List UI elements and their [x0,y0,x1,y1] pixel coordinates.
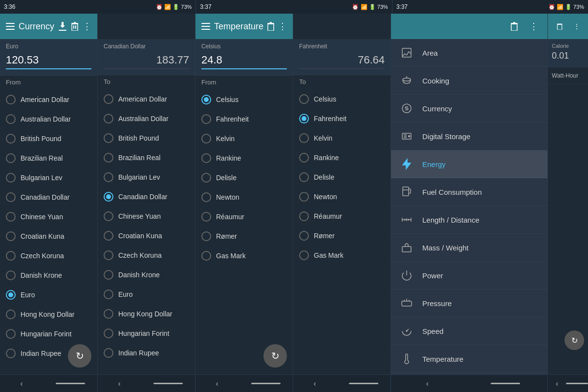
currency-to-radio-bulgarian-lev[interactable] [104,172,113,182]
currency-to-item-euro[interactable]: Euro [98,285,195,304]
nav-back-currency-to[interactable]: ‹ [110,377,128,390]
download-icon[interactable] [58,19,66,34]
temp-to-radio-fahrenheit[interactable] [299,114,309,124]
currency-to-item-czech-koruna[interactable]: Czech Koruna [98,246,195,265]
temp-to-radio-gas-mark[interactable] [299,250,309,260]
menu-item-mass-weight[interactable]: Mass / Weight [391,234,547,262]
currency-from-item-brazilian-real[interactable]: Brazilian Real [0,148,97,168]
currency-to-item-brazilian-real[interactable]: Brazilian Real [98,148,195,167]
menu-item-digital-storage[interactable]: Digital Storage [391,123,547,150]
temp-from-item-delisle[interactable]: Delisle [196,168,293,187]
temperature-more-icon[interactable]: ⋮ [278,19,287,34]
currency-from-radio-chinese-yuan[interactable] [6,212,16,222]
currency-from-radio-euro[interactable] [6,290,16,300]
currency-from-radio-czech-koruna[interactable] [6,251,16,261]
temp-from-item-rankine[interactable]: Rankine [196,148,293,168]
temp-to-radio-celsius[interactable] [299,94,309,104]
partial-delete-icon[interactable] [552,19,567,34]
delete-icon[interactable] [70,19,79,34]
currency-from-item-croatian-kuna[interactable]: Croatian Kuna [0,227,97,246]
currency-to-item-bulgarian-lev[interactable]: Bulgarian Lev [98,167,195,187]
currency-to-item-british-pound[interactable]: British Pound [98,128,195,148]
menu-item-length-distance[interactable]: Length / Distance [391,206,547,234]
currency-from-list[interactable]: American Dollar Australian Dollar Britis… [0,88,97,374]
currency-from-field[interactable] [6,52,91,69]
currency-fab[interactable]: ↻ [68,344,91,368]
nav-back-temp[interactable]: ‹ [208,377,226,390]
currency-to-item-canadian-dollar[interactable]: Canadian Dollar [98,187,195,206]
menu-item-cooking[interactable]: Cooking [391,67,547,95]
currency-from-radio-croatian-kuna[interactable] [6,231,16,241]
temp-to-item-gas-mark[interactable]: Gas Mark [293,246,391,265]
currency-from-radio-hungarian-forint[interactable] [6,329,16,339]
currency-to-radio-american-dollar[interactable] [104,94,113,104]
temperature-from-field[interactable] [201,52,287,69]
temp-to-item-fahrenheit[interactable]: Fahrenheit [293,109,391,128]
currency-to-radio-hong-kong-dollar[interactable] [104,309,113,319]
temp-from-item-reaumur[interactable]: Réaumur [196,207,293,227]
currency-from-radio-american-dollar[interactable] [6,95,16,104]
currency-from-item-american-dollar[interactable]: American Dollar [0,90,97,109]
currency-to-radio-chinese-yuan[interactable] [104,211,113,221]
currency-to-radio-danish-krone[interactable] [104,270,113,280]
temp-from-radio-romer[interactable] [201,231,211,241]
menu-item-fuel-consumption[interactable]: Fuel Consumption [391,178,547,206]
temp-to-item-kelvin[interactable]: Kelvin [293,128,391,148]
temp-to-radio-newton[interactable] [299,192,309,202]
nav-back-partial[interactable]: ‹ [548,377,566,390]
temp-from-radio-newton[interactable] [201,192,211,202]
currency-from-item-hungarian-forint[interactable]: Hungarian Forint [0,324,97,344]
temperature-to-field[interactable] [299,52,385,69]
temperature-from-list[interactable]: Celsius Fahrenheit Kelvin Rankine Delisl… [196,88,293,374]
currency-to-radio-hungarian-forint[interactable] [104,329,113,338]
currency-to-field[interactable] [104,52,189,69]
temp-to-item-reaumur[interactable]: Réaumur [293,206,391,226]
more-icon[interactable]: ⋮ [83,19,91,34]
temperature-fab[interactable]: ↻ [263,344,287,368]
temp-from-item-celsius[interactable]: Celsius [196,90,293,109]
currency-from-item-chinese-yuan[interactable]: Chinese Yuan [0,207,97,227]
nav-back-temp-to[interactable]: ‹ [305,377,324,390]
currency-from-radio-brazilian-real[interactable] [6,153,16,163]
temperature-delete-icon[interactable] [267,19,274,34]
currency-to-item-american-dollar[interactable]: American Dollar [98,89,195,109]
temp-from-radio-reaumur[interactable] [201,212,211,222]
currency-to-item-chinese-yuan[interactable]: Chinese Yuan [98,206,195,226]
currency-to-radio-brazilian-real[interactable] [104,153,113,163]
nav-back-currency[interactable]: ‹ [12,377,30,390]
temp-to-radio-kelvin[interactable] [299,133,309,143]
currency-to-radio-australian-dollar[interactable] [104,114,113,124]
currency-to-item-australian-dollar[interactable]: Australian Dollar [98,109,195,128]
menu-item-power[interactable]: Power [391,262,547,289]
currency-from-item-australian-dollar[interactable]: Australian Dollar [0,109,97,129]
dropdown-more-icon[interactable]: ⋮ [526,19,542,34]
currency-from-item-hong-kong-dollar[interactable]: Hong Kong Dollar [0,305,97,324]
currency-to-radio-canadian-dollar[interactable] [104,192,113,202]
currency-to-radio-czech-koruna[interactable] [104,250,113,260]
temp-from-radio-fahrenheit[interactable] [201,114,211,124]
menu-item-currency[interactable]: Currency [391,95,547,123]
currency-to-item-hong-kong-dollar[interactable]: Hong Kong Dollar [98,304,195,324]
currency-from-radio-canadian-dollar[interactable] [6,192,16,202]
menu-item-speed[interactable]: Speed [391,317,547,345]
temp-to-item-rankine[interactable]: Rankine [293,148,391,167]
temp-to-radio-delisle[interactable] [299,172,309,182]
menu-item-pressure[interactable]: Pressure [391,289,547,317]
temp-to-radio-rankine[interactable] [299,153,309,163]
currency-from-radio-bulgarian-lev[interactable] [6,173,16,183]
temp-from-radio-gas-mark[interactable] [201,251,211,261]
nav-back-menu[interactable]: ‹ [418,377,436,390]
temp-from-radio-celsius[interactable] [201,95,211,104]
currency-to-item-croatian-kuna[interactable]: Croatian Kuna [98,226,195,246]
temp-from-radio-rankine[interactable] [201,153,211,163]
currency-to-item-hungarian-forint[interactable]: Hungarian Forint [98,324,195,343]
menu-item-energy[interactable]: Energy [391,150,547,178]
temp-to-radio-reaumur[interactable] [299,211,309,221]
currency-from-item-canadian-dollar[interactable]: Canadian Dollar [0,187,97,207]
currency-to-item-indian-rupee[interactable]: Indian Rupee [98,343,195,363]
temp-from-item-newton[interactable]: Newton [196,187,293,207]
currency-to-radio-indian-rupee[interactable] [104,348,113,358]
temp-from-radio-delisle[interactable] [201,173,211,183]
currency-from-radio-hong-kong-dollar[interactable] [6,309,16,319]
currency-to-radio-euro[interactable] [104,289,113,299]
